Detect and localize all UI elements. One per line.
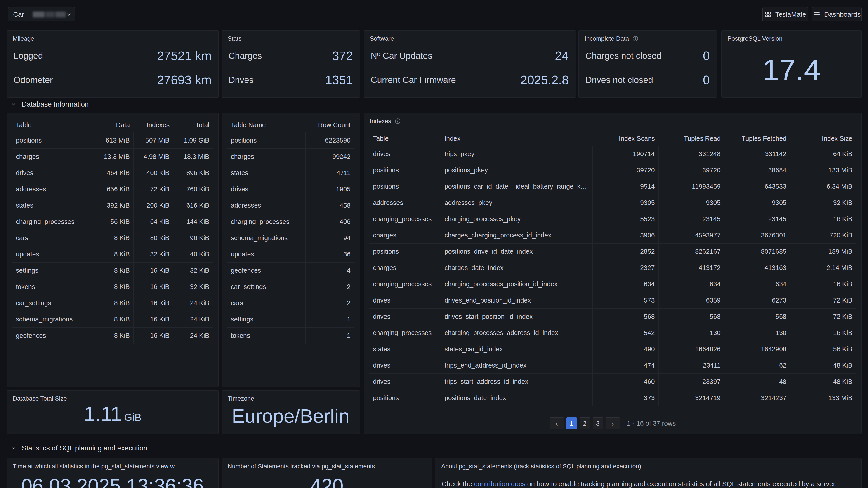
cell: 24 KiB (173, 328, 213, 344)
section-sql-statistics[interactable]: Statistics of SQL planning and execution (11, 443, 147, 453)
cell: 331142 (724, 146, 790, 162)
dashboards-button-label: Dashboards (824, 11, 861, 18)
cell: addresses (227, 197, 306, 214)
cell: cars (12, 230, 94, 246)
cell: 62 (724, 357, 790, 374)
cell: charging_processes (12, 214, 94, 230)
column-header[interactable]: Indexes (133, 118, 173, 132)
column-header[interactable]: Tuples Read (658, 131, 724, 146)
car-variable-picker[interactable]: Car (8, 7, 75, 22)
section-title: Database Information (22, 100, 89, 108)
cell: 400 KiB (133, 165, 173, 181)
cell: 32 KiB (790, 195, 856, 211)
cell: 4593977 (658, 227, 724, 243)
cell: 2852 (593, 243, 658, 260)
cell: 568 (593, 308, 658, 325)
cell: 36 (306, 246, 354, 263)
cell: 190714 (593, 146, 658, 162)
stat-value: 27693 km (157, 73, 212, 87)
column-header[interactable]: Row Count (306, 118, 354, 132)
cell: 24 KiB (173, 295, 213, 311)
info-circle-icon[interactable] (632, 35, 639, 42)
cell: 568 (724, 308, 790, 325)
cell: 8 KiB (94, 328, 133, 344)
cell: 4 (306, 263, 354, 279)
column-header[interactable]: Tuples Fetched (724, 131, 790, 146)
stats-reset-time-value: 06.03.2025 13:36:36 (7, 474, 218, 488)
column-header[interactable]: Table (369, 131, 441, 146)
table-row: updates8 KiB32 KiB40 KiB (12, 246, 213, 263)
cell: cars (227, 295, 306, 311)
cell: 634 (724, 276, 790, 292)
table-row: cars8 KiB80 KiB96 KiB (12, 230, 213, 246)
pagination: ‹ 123 › 1 - 16 of 37 rows (364, 417, 862, 433)
column-header[interactable]: Table Name (227, 118, 306, 132)
column-header[interactable]: Index Size (790, 131, 856, 146)
table-row: positionspositions_drive_id_date_index28… (369, 243, 856, 260)
panel-title: PostgreSQL Version (721, 31, 862, 42)
table-row: charges99242 (227, 149, 354, 165)
table-row: charging_processes56 KiB64 KiB144 KiB (12, 214, 213, 230)
panel-title: Timezone (222, 391, 360, 402)
cell: 133 MiB (790, 162, 856, 178)
column-header[interactable]: Table (12, 118, 94, 132)
cell: drives (369, 357, 441, 374)
cell: car_settings (12, 295, 94, 311)
panel-title: Stats (222, 31, 360, 42)
cell: positions_date_index (441, 390, 593, 406)
pagination-next-button[interactable]: › (606, 417, 620, 429)
cell: 8 KiB (94, 246, 133, 263)
cell: schema_migrations (12, 311, 94, 328)
table-row: geofences8 KiB16 KiB24 KiB (12, 328, 213, 344)
cell: charging_processes (227, 214, 306, 230)
cell: 11993459 (658, 178, 724, 195)
cell: drives (12, 165, 94, 181)
table-row: drivestrips_end_address_id_index47423411… (369, 357, 856, 374)
cell: 8 KiB (94, 295, 133, 311)
software-panel: Software Nº Car Updates 24 Current Car F… (364, 31, 576, 98)
dashboards-button[interactable]: Dashboards (812, 7, 862, 22)
panel-title: About pg_stat_statements (track statisti… (435, 458, 862, 470)
table-row: settings8 KiB16 KiB32 KiB (12, 263, 213, 279)
cell: tokens (227, 328, 306, 344)
cell: 130 (724, 325, 790, 341)
chevron-down-icon (11, 446, 16, 451)
cell: charging_processes_position_id_index (441, 276, 593, 292)
panel-title: Indexes (370, 117, 391, 125)
column-header[interactable]: Index Scans (593, 131, 658, 146)
column-header[interactable]: Index (441, 131, 593, 146)
car-variable-value[interactable] (29, 7, 75, 21)
column-header[interactable]: Data (94, 118, 133, 132)
column-header[interactable]: Total (173, 118, 213, 132)
cell: 80 KiB (133, 230, 173, 246)
contribution-docs-link[interactable]: contribution docs (474, 480, 525, 488)
cell: 373 (593, 390, 658, 406)
page-button-3[interactable]: 3 (593, 417, 603, 429)
cell: charges (227, 149, 306, 165)
menu-hamburger-icon (813, 11, 820, 18)
cell: 96 KiB (173, 230, 213, 246)
cell: 6273 (724, 292, 790, 308)
cell: trips_start_address_id_index (441, 374, 593, 390)
cell: 406 (306, 214, 354, 230)
cell: trips_pkey (441, 146, 593, 162)
teslamate-button-label: TeslaMate (775, 11, 806, 18)
car-variable-label: Car (8, 7, 29, 21)
section-database-information[interactable]: Database Information (11, 99, 89, 109)
cell: states_car_id_index (441, 341, 593, 357)
teslamate-button[interactable]: TeslaMate (763, 7, 808, 22)
cell: 9305 (593, 195, 658, 211)
cell: 464 KiB (94, 165, 133, 181)
table-row: drivesdrives_end_position_id_index573635… (369, 292, 856, 308)
pagination-prev-button[interactable]: ‹ (550, 417, 564, 429)
page-button-1[interactable]: 1 (566, 417, 577, 429)
cell: 16 KiB (790, 276, 856, 292)
cell: 13.3 MiB (94, 149, 133, 165)
table-row: drivestrips_start_address_id_index460233… (369, 374, 856, 390)
page-button-2[interactable]: 2 (580, 417, 590, 429)
cell: charging_processes (369, 211, 441, 227)
stat-label: Charges not closed (585, 51, 661, 61)
cell: 16 KiB (790, 325, 856, 341)
about-text: Check the contribution docs on how to en… (435, 470, 862, 488)
info-circle-icon[interactable] (395, 118, 401, 124)
